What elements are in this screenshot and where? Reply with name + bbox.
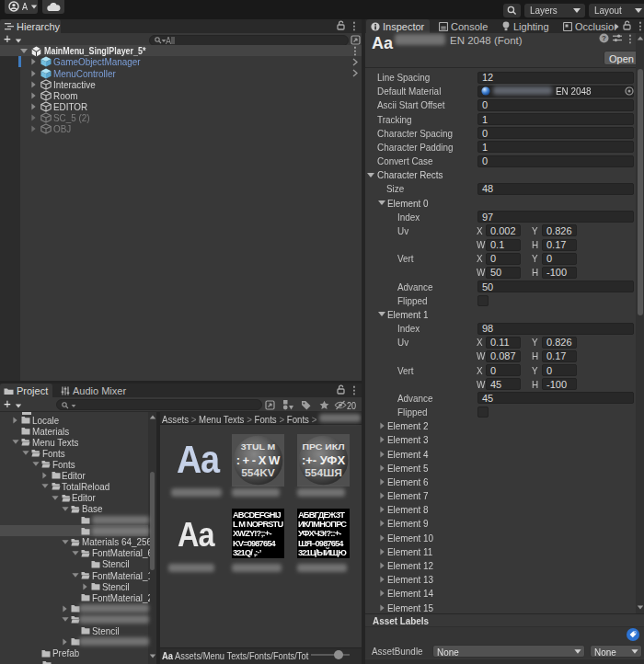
svg-text::+- УФХ: :+- УФХ: [302, 453, 346, 467]
svg-text:: + - X W: : + - X W: [236, 453, 281, 467]
svg-text:?: ?: [602, 34, 606, 42]
svg-text:554ШЯ: 554ШЯ: [305, 467, 342, 477]
svg-text:ПРС ИКЛ: ПРС ИКЛ: [302, 442, 344, 452]
svg-text:554KV: 554KV: [241, 467, 275, 477]
svg-text:3TUL M: 3TUL M: [241, 442, 276, 452]
